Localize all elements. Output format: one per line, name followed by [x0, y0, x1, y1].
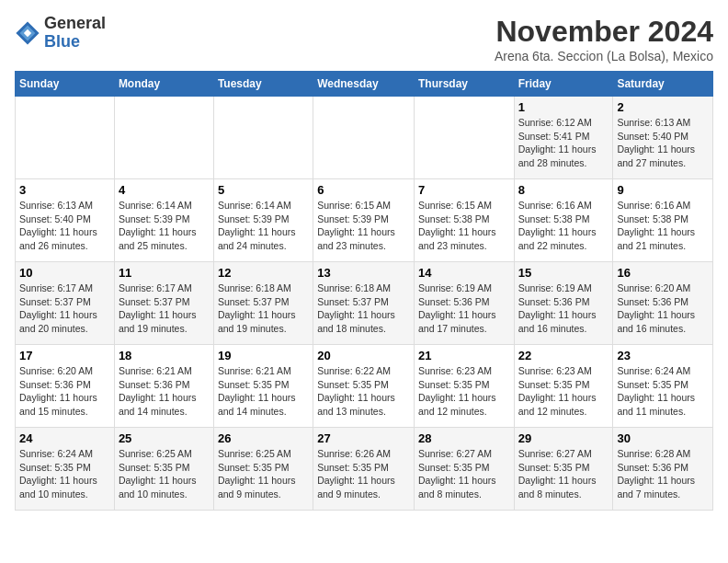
- day-number: 1: [518, 100, 609, 114]
- calendar-cell: 15Sunrise: 6:19 AMSunset: 5:36 PMDayligh…: [514, 262, 613, 345]
- day-info: Sunrise: 6:22 AMSunset: 5:35 PMDaylight:…: [317, 364, 410, 419]
- day-info: Sunrise: 6:14 AMSunset: 5:39 PMDaylight:…: [218, 199, 309, 253]
- day-info: Sunrise: 6:12 AMSunset: 5:41 PMDaylight:…: [518, 116, 609, 170]
- day-info: Sunrise: 6:17 AMSunset: 5:37 PMDaylight:…: [119, 282, 210, 336]
- calendar-cell: 27Sunrise: 6:26 AMSunset: 5:35 PMDayligh…: [313, 428, 415, 511]
- header: General Blue November 2024 Arena 6ta. Se…: [15, 15, 713, 63]
- header-thursday: Thursday: [414, 72, 514, 97]
- day-info: Sunrise: 6:24 AMSunset: 5:35 PMDaylight:…: [617, 364, 709, 419]
- day-info: Sunrise: 6:25 AMSunset: 5:35 PMDaylight:…: [119, 447, 210, 501]
- day-info: Sunrise: 6:26 AMSunset: 5:35 PMDaylight:…: [317, 447, 410, 501]
- calendar-cell: 26Sunrise: 6:25 AMSunset: 5:35 PMDayligh…: [213, 428, 313, 511]
- calendar-week-row: 1Sunrise: 6:12 AMSunset: 5:41 PMDaylight…: [16, 97, 713, 179]
- day-info: Sunrise: 6:13 AMSunset: 5:40 PMDaylight:…: [617, 116, 709, 170]
- calendar-cell: 14Sunrise: 6:19 AMSunset: 5:36 PMDayligh…: [414, 262, 514, 345]
- location-title: Arena 6ta. Seccion (La Bolsa), Mexico: [495, 49, 713, 63]
- day-info: Sunrise: 6:25 AMSunset: 5:35 PMDaylight:…: [218, 447, 309, 501]
- day-number: 29: [518, 431, 609, 445]
- calendar-cell: 24Sunrise: 6:24 AMSunset: 5:35 PMDayligh…: [16, 428, 115, 511]
- day-number: 4: [119, 183, 210, 197]
- day-number: 18: [119, 349, 210, 362]
- calendar-week-row: 10Sunrise: 6:17 AMSunset: 5:37 PMDayligh…: [16, 262, 713, 345]
- logo-icon: [15, 20, 40, 46]
- day-number: 14: [418, 266, 510, 280]
- day-number: 12: [218, 266, 309, 280]
- calendar-cell: 7Sunrise: 6:15 AMSunset: 5:38 PMDaylight…: [414, 179, 514, 262]
- title-area: November 2024 Arena 6ta. Seccion (La Bol…: [495, 15, 713, 63]
- calendar-cell: 16Sunrise: 6:20 AMSunset: 5:36 PMDayligh…: [613, 262, 713, 345]
- day-number: 7: [418, 183, 510, 197]
- calendar-cell: 4Sunrise: 6:14 AMSunset: 5:39 PMDaylight…: [114, 179, 213, 262]
- header-sunday: Sunday: [16, 72, 115, 97]
- calendar-cell: 10Sunrise: 6:17 AMSunset: 5:37 PMDayligh…: [16, 262, 115, 345]
- logo-text: General Blue: [44, 15, 106, 52]
- day-info: Sunrise: 6:15 AMSunset: 5:39 PMDaylight:…: [317, 199, 410, 253]
- day-info: Sunrise: 6:20 AMSunset: 5:36 PMDaylight:…: [19, 364, 110, 419]
- calendar-cell: 25Sunrise: 6:25 AMSunset: 5:35 PMDayligh…: [114, 428, 213, 511]
- day-number: 5: [218, 183, 309, 197]
- calendar-table: SundayMondayTuesdayWednesdayThursdayFrid…: [15, 71, 713, 511]
- calendar-cell: 1Sunrise: 6:12 AMSunset: 5:41 PMDaylight…: [514, 97, 613, 179]
- calendar-cell: 30Sunrise: 6:28 AMSunset: 5:36 PMDayligh…: [613, 428, 713, 511]
- day-info: Sunrise: 6:23 AMSunset: 5:35 PMDaylight:…: [518, 364, 609, 419]
- day-info: Sunrise: 6:28 AMSunset: 5:36 PMDaylight:…: [617, 447, 709, 501]
- day-number: 2: [617, 100, 709, 114]
- calendar-cell: 20Sunrise: 6:22 AMSunset: 5:35 PMDayligh…: [313, 345, 415, 428]
- day-number: 24: [19, 431, 110, 445]
- calendar-cell: 8Sunrise: 6:16 AMSunset: 5:38 PMDaylight…: [514, 179, 613, 262]
- day-number: 27: [317, 431, 410, 445]
- day-info: Sunrise: 6:21 AMSunset: 5:36 PMDaylight:…: [119, 364, 210, 419]
- day-number: 22: [518, 349, 609, 362]
- calendar-cell: 5Sunrise: 6:14 AMSunset: 5:39 PMDaylight…: [213, 179, 313, 262]
- month-title: November 2024: [495, 15, 713, 49]
- day-info: Sunrise: 6:19 AMSunset: 5:36 PMDaylight:…: [418, 282, 510, 336]
- day-number: 23: [617, 349, 709, 362]
- day-info: Sunrise: 6:23 AMSunset: 5:35 PMDaylight:…: [418, 364, 510, 419]
- day-info: Sunrise: 6:17 AMSunset: 5:37 PMDaylight:…: [19, 282, 110, 336]
- header-wednesday: Wednesday: [313, 72, 415, 97]
- header-saturday: Saturday: [613, 72, 713, 97]
- logo: General Blue: [15, 15, 106, 52]
- header-monday: Monday: [114, 72, 213, 97]
- day-info: Sunrise: 6:27 AMSunset: 5:35 PMDaylight:…: [418, 447, 510, 501]
- day-info: Sunrise: 6:15 AMSunset: 5:38 PMDaylight:…: [418, 199, 510, 253]
- calendar-cell: 21Sunrise: 6:23 AMSunset: 5:35 PMDayligh…: [414, 345, 514, 428]
- day-number: 17: [19, 349, 110, 362]
- day-info: Sunrise: 6:16 AMSunset: 5:38 PMDaylight:…: [617, 199, 709, 253]
- day-info: Sunrise: 6:19 AMSunset: 5:36 PMDaylight:…: [518, 282, 609, 336]
- day-number: 30: [617, 431, 709, 445]
- day-info: Sunrise: 6:21 AMSunset: 5:35 PMDaylight:…: [218, 364, 309, 419]
- day-number: 25: [119, 431, 210, 445]
- calendar-cell: 2Sunrise: 6:13 AMSunset: 5:40 PMDaylight…: [613, 97, 713, 179]
- calendar-cell: [313, 97, 415, 179]
- calendar-week-row: 17Sunrise: 6:20 AMSunset: 5:36 PMDayligh…: [16, 345, 713, 428]
- day-number: 21: [418, 349, 510, 362]
- calendar-cell: 6Sunrise: 6:15 AMSunset: 5:39 PMDaylight…: [313, 179, 415, 262]
- day-info: Sunrise: 6:13 AMSunset: 5:40 PMDaylight:…: [19, 199, 110, 253]
- day-number: 13: [317, 266, 410, 280]
- day-info: Sunrise: 6:18 AMSunset: 5:37 PMDaylight:…: [218, 282, 309, 336]
- day-number: 11: [119, 266, 210, 280]
- calendar-cell: [213, 97, 313, 179]
- calendar-cell: 18Sunrise: 6:21 AMSunset: 5:36 PMDayligh…: [114, 345, 213, 428]
- calendar-header-row: SundayMondayTuesdayWednesdayThursdayFrid…: [16, 72, 713, 97]
- calendar-week-row: 3Sunrise: 6:13 AMSunset: 5:40 PMDaylight…: [16, 179, 713, 262]
- day-number: 16: [617, 266, 709, 280]
- day-info: Sunrise: 6:27 AMSunset: 5:35 PMDaylight:…: [518, 447, 609, 501]
- day-number: 26: [218, 431, 309, 445]
- calendar-cell: 17Sunrise: 6:20 AMSunset: 5:36 PMDayligh…: [16, 345, 115, 428]
- day-info: Sunrise: 6:18 AMSunset: 5:37 PMDaylight:…: [317, 282, 410, 336]
- calendar-cell: 9Sunrise: 6:16 AMSunset: 5:38 PMDaylight…: [613, 179, 713, 262]
- day-number: 3: [19, 183, 110, 197]
- calendar-cell: 11Sunrise: 6:17 AMSunset: 5:37 PMDayligh…: [114, 262, 213, 345]
- day-number: 15: [518, 266, 609, 280]
- calendar-cell: [414, 97, 514, 179]
- day-number: 19: [218, 349, 309, 362]
- day-number: 6: [317, 183, 410, 197]
- day-number: 8: [518, 183, 609, 197]
- day-info: Sunrise: 6:16 AMSunset: 5:38 PMDaylight:…: [518, 199, 609, 253]
- header-friday: Friday: [514, 72, 613, 97]
- calendar-cell: [114, 97, 213, 179]
- day-info: Sunrise: 6:24 AMSunset: 5:35 PMDaylight:…: [19, 447, 110, 501]
- day-number: 28: [418, 431, 510, 445]
